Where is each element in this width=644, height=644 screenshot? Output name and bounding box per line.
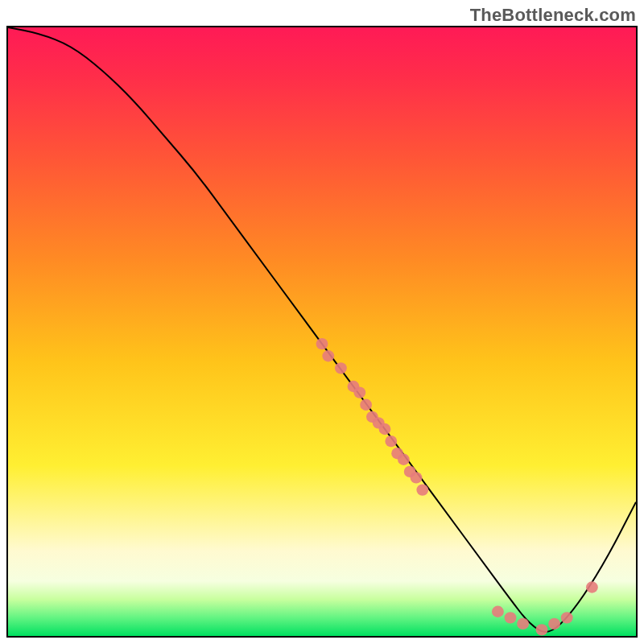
scatter-point bbox=[322, 350, 334, 361]
scatter-point bbox=[335, 362, 347, 374]
scatter-point bbox=[517, 618, 529, 630]
bottleneck-curve-path bbox=[8, 27, 636, 632]
scatter-point bbox=[385, 436, 397, 447]
watermark-text: TheBottleneck.com bbox=[470, 5, 636, 26]
scatter-point bbox=[416, 484, 428, 495]
chart-root: TheBottleneck.com bbox=[0, 0, 644, 644]
scatter-point bbox=[548, 618, 560, 630]
chart-svg bbox=[8, 27, 636, 636]
scatter-point bbox=[360, 399, 372, 411]
scatter-point bbox=[505, 612, 517, 623]
scatter-point bbox=[536, 624, 548, 635]
scatter-points-group bbox=[316, 338, 598, 636]
scatter-point bbox=[379, 423, 391, 435]
scatter-point bbox=[316, 338, 328, 349]
scatter-point bbox=[398, 454, 410, 465]
scatter-point bbox=[561, 612, 573, 623]
scatter-point bbox=[586, 581, 598, 592]
scatter-point bbox=[353, 386, 365, 398]
plot-area bbox=[6, 26, 638, 638]
scatter-point bbox=[411, 472, 423, 483]
scatter-point bbox=[492, 606, 504, 617]
